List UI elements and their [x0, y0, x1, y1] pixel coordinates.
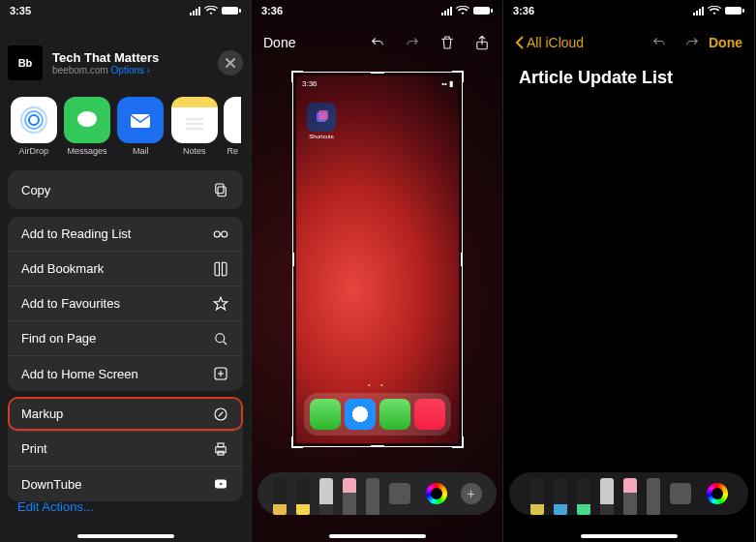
trash-button[interactable]: [438, 34, 456, 51]
screenshot-canvas[interactable]: 3:36 •• ▮ Shortcuts • •: [296, 75, 459, 443]
options-link[interactable]: Options ›: [111, 65, 151, 75]
plus-square-icon: [212, 365, 229, 382]
pen-tool[interactable]: [273, 478, 287, 515]
action-add-home-screen[interactable]: Add to Home Screen: [8, 356, 243, 391]
inner-status-bar: 3:36 •• ▮: [302, 79, 453, 88]
app-label: AirDrop: [10, 146, 57, 156]
svg-rect-0: [222, 7, 238, 15]
share-button[interactable]: [473, 34, 491, 51]
pen-tool[interactable]: [530, 478, 544, 515]
redo-button[interactable]: [404, 34, 421, 51]
crop-frame[interactable]: 3:36 •• ▮ Shortcuts • •: [292, 72, 463, 447]
app-label: Messages: [63, 146, 110, 156]
crop-handle-left[interactable]: [292, 253, 294, 266]
ruler-tool[interactable]: [670, 483, 691, 504]
action-add-bookmark[interactable]: Add Bookmark: [8, 252, 243, 286]
lasso-tool[interactable]: [647, 478, 660, 515]
action-downtube[interactable]: DownTube: [8, 467, 243, 501]
add-shape-button[interactable]: +: [461, 483, 482, 504]
actions-group-1: Add to Reading List Add Bookmark Add to …: [8, 217, 243, 391]
action-add-favourites[interactable]: Add to Favourites: [8, 286, 243, 321]
actions-group-2: Markup Print DownTube: [8, 397, 243, 501]
back-label: All iCloud: [527, 35, 584, 50]
svg-point-14: [216, 333, 225, 342]
phone-app-icon: [310, 399, 341, 430]
battery-icon: [725, 6, 744, 15]
action-find-on-page[interactable]: Find on Page: [8, 321, 243, 356]
done-button[interactable]: Done: [709, 35, 742, 50]
svg-point-5: [77, 111, 97, 127]
svg-point-13: [222, 231, 227, 237]
reminders-app[interactable]: Re: [224, 97, 241, 156]
highlighter-tool[interactable]: [577, 478, 590, 515]
crop-handle-bottom[interactable]: [371, 445, 384, 447]
done-button[interactable]: Done: [263, 35, 295, 50]
svg-point-12: [214, 231, 220, 237]
battery-icon: [222, 6, 241, 15]
mail-app[interactable]: Mail: [117, 97, 165, 156]
home-indicator[interactable]: [329, 534, 426, 538]
svg-rect-1: [239, 9, 241, 13]
shortcuts-label: Shortcuts: [306, 134, 337, 139]
action-add-reading-list[interactable]: Add to Reading List: [8, 217, 243, 252]
battery-icon: [473, 6, 493, 15]
copy-label: Copy: [21, 183, 50, 197]
back-button[interactable]: All iCloud: [515, 35, 584, 50]
ruler-tool[interactable]: [389, 483, 410, 504]
action-print[interactable]: Print: [8, 432, 243, 467]
marker-tool[interactable]: [554, 478, 567, 515]
redo-button[interactable]: [683, 34, 701, 51]
markup-editor-screen: 3:36 Done 3:36 •• ▮ Shortcuts • •: [252, 0, 503, 542]
airdrop-icon: [11, 97, 57, 143]
crop-handle-right[interactable]: [461, 253, 463, 266]
color-picker[interactable]: [426, 483, 447, 504]
undo-button[interactable]: [650, 34, 668, 51]
home-indicator[interactable]: [77, 534, 174, 538]
markup-tool-tray: +: [257, 472, 497, 515]
svg-rect-21: [473, 7, 490, 15]
color-picker[interactable]: [707, 483, 728, 504]
share-header: Bb Tech That Matters beebom.com Options …: [8, 39, 243, 87]
action-markup[interactable]: Markup: [8, 397, 243, 432]
home-indicator[interactable]: [581, 534, 678, 538]
notes-app[interactable]: Notes: [170, 97, 218, 156]
plus-icon: +: [467, 486, 474, 501]
copy-action[interactable]: Copy: [8, 170, 243, 209]
crop-handle-top[interactable]: [371, 72, 384, 74]
lasso-tool[interactable]: [366, 478, 379, 515]
notes-markup-screen: 3:36 All iCloud Done Article Update List: [503, 0, 755, 542]
status-indicators: [693, 6, 744, 15]
share-sheet-screen: 3:35 Bb Tech That Matters beebom.com Opt…: [0, 0, 252, 542]
airdrop-app[interactable]: AirDrop: [10, 97, 57, 156]
shortcuts-app-icon: Shortcuts: [306, 103, 337, 139]
action-label: Add to Reading List: [21, 226, 131, 241]
cellular-icon: [190, 7, 200, 15]
svg-rect-22: [491, 9, 493, 13]
note-title[interactable]: Article Update List: [519, 68, 739, 88]
action-label: Find on Page: [21, 331, 96, 346]
svg-rect-18: [218, 443, 224, 447]
wifi-icon: [204, 6, 218, 15]
star-icon: [212, 295, 229, 313]
eraser-tool[interactable]: [623, 478, 637, 515]
pencil-tool[interactable]: [319, 478, 333, 515]
eraser-tool[interactable]: [343, 478, 356, 515]
music-app-icon: [414, 399, 445, 430]
notes-nav: All iCloud Done: [503, 27, 754, 58]
svg-rect-10: [218, 187, 226, 196]
glasses-icon: [212, 226, 229, 243]
app-label: Mail: [117, 146, 165, 156]
edit-actions-link[interactable]: Edit Actions...: [17, 499, 94, 514]
svg-rect-11: [216, 184, 224, 194]
status-indicators: [190, 6, 241, 15]
copy-icon: [212, 181, 229, 198]
close-button[interactable]: [218, 50, 243, 75]
share-header-text: Tech That Matters beebom.com Options ›: [52, 50, 208, 75]
pencil-tool[interactable]: [600, 478, 614, 515]
undo-button[interactable]: [369, 34, 386, 51]
marker-tool[interactable]: [296, 478, 310, 515]
messages-app[interactable]: Messages: [63, 97, 110, 156]
inner-time: 3:36: [302, 79, 318, 88]
action-label: Add Bookmark: [21, 261, 104, 276]
svg-point-2: [29, 115, 39, 125]
